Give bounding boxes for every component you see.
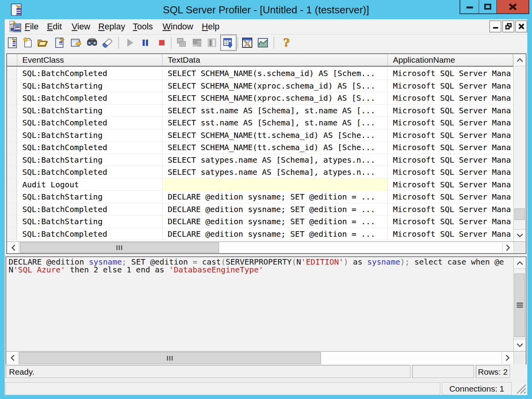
export-trace-button[interactable] xyxy=(70,37,82,49)
cell-applicationname[interactable]: Microsoft SQL Server Mana xyxy=(388,92,513,104)
cell-eventclass[interactable]: SQL:BatchStarting xyxy=(17,191,163,203)
maximize-button[interactable] xyxy=(479,0,497,14)
cell-eventclass[interactable]: SQL:BatchStarting xyxy=(17,80,163,92)
menu-item-file[interactable]: File xyxy=(25,19,38,34)
cell-eventclass[interactable]: SQL:BatchStarting xyxy=(17,216,163,228)
menu-item-replay[interactable]: Replay xyxy=(98,19,125,34)
scroll-right-button[interactable] xyxy=(502,242,514,253)
cell-textdata[interactable]: SELECT SCHEMA_NAME(xproc.schema_id) AS [… xyxy=(163,80,388,92)
cell-eventclass[interactable]: SQL:BatchStarting xyxy=(17,105,163,117)
cell-textdata[interactable]: DECLARE @edition sysname; SET @edition =… xyxy=(163,191,388,203)
trace-row[interactable]: SQL:BatchCompletedSELECT SCHEMA_NAME(s.s… xyxy=(7,67,513,80)
menu-item-view[interactable]: View xyxy=(72,19,90,34)
cell-applicationname[interactable]: Microsoft SQL Server Mana xyxy=(388,154,513,166)
cell-textdata[interactable]: DECLARE @edition sysname; SET @edition =… xyxy=(163,203,388,216)
cell-eventclass[interactable]: SQL:BatchCompleted xyxy=(17,203,163,216)
column-header-applicationname[interactable]: ApplicationName xyxy=(388,54,513,66)
find-button[interactable] xyxy=(86,37,98,49)
column-header-textdata[interactable]: TextData xyxy=(163,54,388,66)
cell-textdata[interactable]: DECLARE @edition sysname; SET @edition =… xyxy=(163,228,388,240)
cell-applicationname[interactable]: Microsoft SQL Server Mana xyxy=(388,203,513,216)
mdi-close-button[interactable] xyxy=(515,20,527,33)
column-view-button[interactable] xyxy=(206,37,218,49)
scroll-up-button[interactable] xyxy=(514,257,526,269)
start-trace-button[interactable] xyxy=(124,37,136,49)
cell-applicationname[interactable]: Microsoft SQL Server Mana xyxy=(388,80,513,92)
copy-windows-button[interactable] xyxy=(176,37,187,49)
column-header-eventclass[interactable]: EventClass xyxy=(17,54,163,66)
pane-vscroll-thumb[interactable] xyxy=(514,274,525,337)
mdi-system-icon[interactable] xyxy=(9,20,21,33)
pane-hscroll-thumb[interactable] xyxy=(19,352,321,364)
pane-vertical-scrollbar[interactable] xyxy=(513,257,526,351)
trace-row[interactable]: SQL:BatchCompletedDECLARE @edition sysna… xyxy=(7,203,513,216)
save-trace-button[interactable] xyxy=(54,37,66,49)
clear-trace-button[interactable] xyxy=(101,37,113,49)
cell-textdata[interactable]: SELECT sst.name AS [Schema], st.name AS … xyxy=(163,117,388,129)
cell-applicationname[interactable]: Microsoft SQL Server Mana xyxy=(388,117,513,129)
trace-properties-button[interactable] xyxy=(7,37,19,49)
scroll-left-button[interactable] xyxy=(7,242,19,253)
cell-eventclass[interactable]: Audit Logout xyxy=(17,179,163,191)
cell-applicationname[interactable]: Microsoft SQL Server Mana xyxy=(388,166,513,178)
group-view-button[interactable] xyxy=(191,37,203,49)
cell-applicationname[interactable]: Microsoft SQL Server Mana xyxy=(388,105,513,117)
cell-textdata[interactable]: SELECT SCHEMA_NAME(tt.schema_id) AS [Sch… xyxy=(163,129,388,141)
scroll-down-button[interactable] xyxy=(514,229,526,241)
cell-applicationname[interactable]: Microsoft SQL Server Mana xyxy=(388,228,513,240)
scroll-up-button[interactable] xyxy=(514,54,526,66)
sql-detail-pane[interactable]: DECLARE @edition sysname; SET @edition =… xyxy=(5,256,527,365)
cell-applicationname[interactable]: Microsoft SQL Server Mana xyxy=(388,191,513,203)
close-button[interactable] xyxy=(496,0,529,14)
cell-textdata[interactable]: SELECT SCHEMA_NAME(s.schema_id) AS [Sche… xyxy=(163,67,388,80)
cell-eventclass[interactable]: SQL:BatchStarting xyxy=(17,129,163,141)
cell-textdata[interactable]: SELECT SCHEMA_NAME(tt.schema_id) AS [Sch… xyxy=(163,141,388,154)
trace-row[interactable]: SQL:BatchStartingDECLARE @edition sysnam… xyxy=(7,216,513,228)
help-button[interactable]: ? xyxy=(280,37,291,49)
trace-row[interactable]: SQL:BatchStartingSELECT SCHEMA_NAME(tt.s… xyxy=(7,129,513,142)
grid-vscroll-thumb[interactable] xyxy=(514,209,525,220)
cell-textdata[interactable]: DECLARE @edition sysname; SET @edition =… xyxy=(163,216,388,228)
analysis-grid-button[interactable] xyxy=(241,37,253,49)
cell-eventclass[interactable]: SQL:BatchStarting xyxy=(17,154,163,166)
trace-row[interactable]: SQL:BatchCompletedSELECT satypes.name AS… xyxy=(7,166,513,179)
pane-horizontal-scrollbar[interactable] xyxy=(6,351,526,365)
mdi-minimize-button[interactable] xyxy=(489,20,501,33)
selector-column-header[interactable] xyxy=(7,54,17,66)
cell-textdata[interactable]: SELECT sst.name AS [Schema], st.name AS … xyxy=(163,105,388,117)
scroll-right-button[interactable] xyxy=(501,352,513,364)
menu-item-tools[interactable]: Tools xyxy=(133,19,153,34)
cell-textdata[interactable]: SELECT satypes.name AS [Schema], atypes.… xyxy=(163,166,388,178)
trace-row[interactable]: SQL:BatchCompletedDECLARE @edition sysna… xyxy=(7,228,513,241)
cell-applicationname[interactable]: Microsoft SQL Server Mana xyxy=(388,179,513,191)
grid-horizontal-scrollbar[interactable] xyxy=(7,241,526,253)
open-trace-button[interactable] xyxy=(37,37,49,49)
cell-eventclass[interactable]: SQL:BatchCompleted xyxy=(17,117,163,129)
stop-trace-button[interactable] xyxy=(156,37,168,49)
cell-eventclass[interactable]: SQL:BatchCompleted xyxy=(17,67,163,80)
cell-eventclass[interactable]: SQL:BatchCompleted xyxy=(17,92,163,104)
grid-vertical-scrollbar[interactable] xyxy=(513,54,526,241)
trace-row[interactable]: SQL:BatchStartingSELECT sst.name AS [Sch… xyxy=(7,105,513,117)
cell-applicationname[interactable]: Microsoft SQL Server Mana xyxy=(388,67,513,80)
auto-scroll-button[interactable] xyxy=(223,37,234,49)
new-trace-button[interactable] xyxy=(22,37,34,49)
menu-item-window[interactable]: Window xyxy=(163,19,193,34)
cell-applicationname[interactable]: Microsoft SQL Server Mana xyxy=(388,141,513,154)
grid-hscroll-thumb[interactable] xyxy=(20,242,219,253)
trace-row[interactable]: SQL:BatchCompletedSELECT sst.name AS [Sc… xyxy=(7,117,513,129)
cell-textdata[interactable]: SELECT SCHEMA_NAME(xproc.schema_id) AS [… xyxy=(163,92,388,104)
menu-item-help[interactable]: Help xyxy=(202,19,219,34)
trace-row[interactable]: SQL:BatchCompletedSELECT SCHEMA_NAME(xpr… xyxy=(7,92,513,105)
cell-applicationname[interactable]: Microsoft SQL Server Mana xyxy=(388,216,513,228)
trace-row[interactable]: SQL:BatchStartingDECLARE @edition sysnam… xyxy=(7,191,513,203)
cell-applicationname[interactable]: Microsoft SQL Server Mana xyxy=(388,129,513,141)
pause-trace-button[interactable] xyxy=(139,37,151,49)
trace-row[interactable]: SQL:BatchCompletedSELECT SCHEMA_NAME(tt.… xyxy=(7,141,513,154)
trace-row[interactable]: SQL:BatchStartingSELECT SCHEMA_NAME(xpro… xyxy=(7,80,513,92)
mdi-restore-button[interactable] xyxy=(502,20,514,33)
cell-eventclass[interactable]: SQL:BatchCompleted xyxy=(17,228,163,240)
scroll-left-button[interactable] xyxy=(7,352,18,364)
cell-eventclass[interactable]: SQL:BatchCompleted xyxy=(17,166,163,178)
minimize-button[interactable] xyxy=(460,0,479,14)
